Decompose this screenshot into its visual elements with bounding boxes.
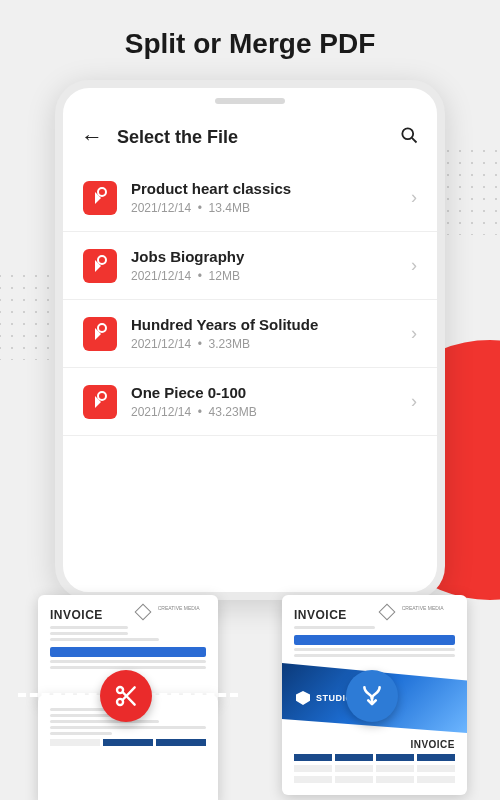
svg-point-0: [402, 128, 413, 139]
pdf-file-icon: [83, 181, 117, 215]
file-item[interactable]: Hundred Years of Solitude 2021/12/14 • 3…: [63, 300, 437, 368]
file-name: Product heart classics: [131, 180, 397, 197]
file-text: Product heart classics 2021/12/14 • 13.4…: [131, 180, 397, 215]
back-arrow-icon[interactable]: ←: [81, 124, 103, 150]
file-text: Hundred Years of Solitude 2021/12/14 • 3…: [131, 316, 397, 351]
phone-notch: [215, 98, 285, 104]
split-preview: INVOICE CREATIVE MEDIA: [28, 595, 228, 800]
file-name: Hundred Years of Solitude: [131, 316, 397, 333]
cut-icon[interactable]: [100, 670, 152, 722]
merge-preview: INVOICE CREATIVE MEDIA STUDIO DESIGN INV…: [272, 595, 472, 800]
file-name: Jobs Biography: [131, 248, 397, 265]
app-header: ← Select the File: [63, 114, 437, 164]
file-item[interactable]: Jobs Biography 2021/12/14 • 12MB ›: [63, 232, 437, 300]
file-text: Jobs Biography 2021/12/14 • 12MB: [131, 248, 397, 283]
file-meta: 2021/12/14 • 3.23MB: [131, 337, 397, 351]
file-list: Product heart classics 2021/12/14 • 13.4…: [63, 164, 437, 436]
diamond-logo-icon: [135, 604, 152, 621]
invoice-heading: INVOICE: [410, 739, 455, 750]
preview-row: INVOICE CREATIVE MEDIA: [0, 585, 500, 800]
chevron-right-icon: ›: [411, 323, 417, 344]
page-title: Split or Merge PDF: [0, 0, 500, 80]
diamond-logo-icon: [379, 604, 396, 621]
brand-label: CREATIVE MEDIA: [158, 605, 200, 611]
phone-frame: ← Select the File Product heart classics…: [55, 80, 445, 600]
chevron-right-icon: ›: [411, 391, 417, 412]
file-meta: 2021/12/14 • 12MB: [131, 269, 397, 283]
search-icon[interactable]: [399, 125, 419, 149]
header-title: Select the File: [117, 127, 385, 148]
merge-icon[interactable]: [346, 670, 398, 722]
chevron-right-icon: ›: [411, 187, 417, 208]
invoice-heading: INVOICE: [50, 608, 103, 622]
file-text: One Piece 0-100 2021/12/14 • 43.23MB: [131, 384, 397, 419]
svg-line-1: [412, 138, 417, 143]
file-item[interactable]: One Piece 0-100 2021/12/14 • 43.23MB ›: [63, 368, 437, 436]
file-item[interactable]: Product heart classics 2021/12/14 • 13.4…: [63, 164, 437, 232]
shield-icon: [296, 691, 310, 705]
invoice-heading: INVOICE: [294, 608, 347, 622]
chevron-right-icon: ›: [411, 255, 417, 276]
pdf-file-icon: [83, 317, 117, 351]
pdf-file-icon: [83, 385, 117, 419]
file-name: One Piece 0-100: [131, 384, 397, 401]
file-meta: 2021/12/14 • 13.4MB: [131, 201, 397, 215]
brand-label: CREATIVE MEDIA: [402, 605, 444, 611]
file-meta: 2021/12/14 • 43.23MB: [131, 405, 397, 419]
pdf-file-icon: [83, 249, 117, 283]
